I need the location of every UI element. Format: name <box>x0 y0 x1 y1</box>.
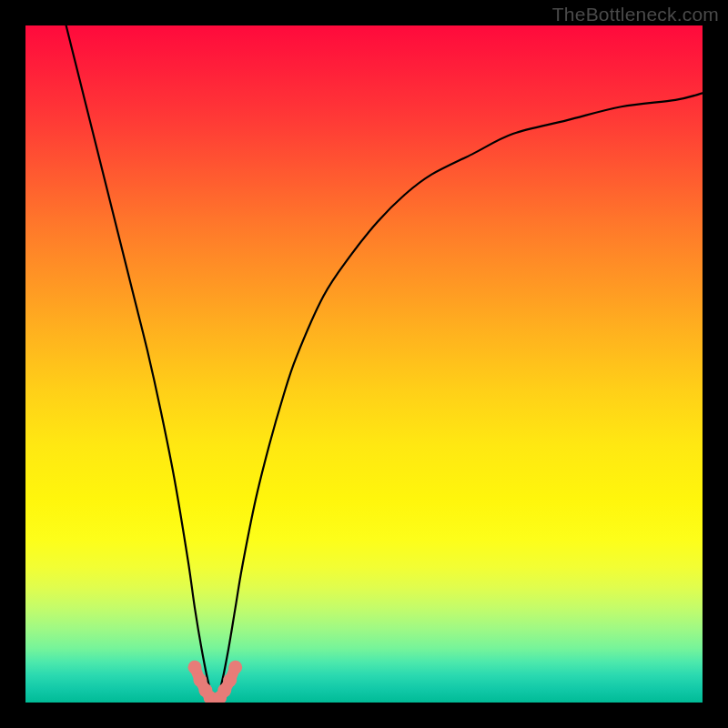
highlight-marker-dot <box>188 661 202 674</box>
bottleneck-curve-path <box>66 25 703 703</box>
chart-frame: TheBottleneck.com <box>0 0 728 728</box>
highlight-markers-group <box>188 661 243 703</box>
watermark-text: TheBottleneck.com <box>552 4 719 25</box>
highlight-marker-dot <box>223 673 237 687</box>
curve-layer <box>25 25 703 703</box>
highlight-marker-dot <box>228 661 242 674</box>
plot-area <box>25 25 703 703</box>
